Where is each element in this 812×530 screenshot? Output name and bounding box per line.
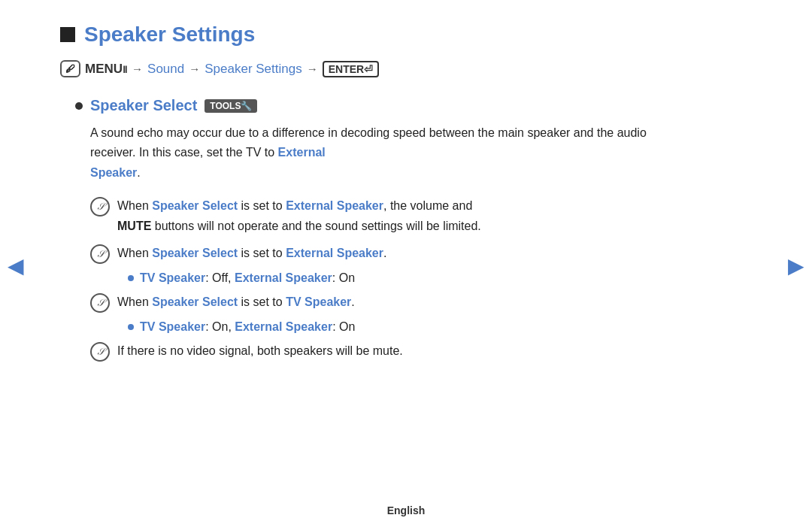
page-title: Speaker Settings xyxy=(84,23,255,47)
section-icon xyxy=(60,27,75,42)
menu-icon-hand: 🖋 xyxy=(65,63,75,74)
sub-bullet-2: TV Speaker: On, External Speaker: On xyxy=(75,320,752,334)
page-container: Speaker Settings 🖋 MENUⅡ → Sound → Speak… xyxy=(0,0,812,530)
enter-label: ENTER xyxy=(329,63,364,75)
description-text: A sound echo may occur due to a differen… xyxy=(75,123,692,183)
note1-external-speaker: External Speaker xyxy=(286,199,383,212)
note-icon-2: 𝒮 xyxy=(90,244,110,264)
note-icon-4: 𝒮 xyxy=(90,342,110,362)
desc-end: . xyxy=(137,166,140,179)
sub-dot-2 xyxy=(128,324,134,330)
sub-text-2: TV Speaker: On, External Speaker: On xyxy=(140,320,355,334)
note-text-3: When Speaker Select is set to TV Speaker… xyxy=(117,292,355,312)
title-row: Speaker Settings xyxy=(60,23,752,47)
tv-speaker-2: TV Speaker xyxy=(140,320,205,333)
desc-blue1: External xyxy=(278,146,326,159)
content-area: Speaker Select TOOLS🔧 A sound echo may o… xyxy=(60,97,752,369)
nav-arrow-left[interactable]: ◀ xyxy=(8,253,24,277)
note-text-2: When Speaker Select is set to External S… xyxy=(117,244,386,263)
desc-blue2: Speaker xyxy=(90,166,137,179)
note-text-1: When Speaker Select is set to External S… xyxy=(117,196,481,236)
enter-icon: ENTER⏎ xyxy=(323,61,379,77)
note2-external-speaker: External Speaker xyxy=(286,247,383,259)
ext-speaker-1: External Speaker xyxy=(235,271,332,284)
note3-speaker-select: Speaker Select xyxy=(152,295,238,308)
note-item-1: 𝒮 When Speaker Select is set to External… xyxy=(75,196,752,236)
sub-dot-1 xyxy=(128,275,134,281)
footer-language: English xyxy=(387,504,426,516)
breadcrumb-sound: Sound xyxy=(147,62,184,77)
note-icon-1: 𝒮 xyxy=(90,197,110,217)
note-text-4: If there is no video signal, both speake… xyxy=(117,341,403,361)
menu-icon: 🖋 xyxy=(60,60,80,77)
note3-tv-speaker: TV Speaker xyxy=(286,295,351,308)
bullet-dot xyxy=(75,102,83,110)
menu-label: MENUⅡ xyxy=(85,62,127,77)
note-icon-3: 𝒮 xyxy=(90,293,110,313)
note2-speaker-select: Speaker Select xyxy=(152,247,238,259)
breadcrumb: 🖋 MENUⅡ → Sound → Speaker Settings → ENT… xyxy=(60,60,752,77)
sub-bullet-1: TV Speaker: Off, External Speaker: On xyxy=(75,271,752,285)
note-item-3: 𝒮 When Speaker Select is set to TV Speak… xyxy=(75,292,752,313)
sub-text-1: TV Speaker: Off, External Speaker: On xyxy=(140,271,355,285)
note1-mute: MUTE xyxy=(117,220,151,232)
tools-badge: TOOLS🔧 xyxy=(205,99,257,113)
note1-speaker-select: Speaker Select xyxy=(152,199,238,212)
nav-arrow-right[interactable]: ▶ xyxy=(788,253,804,277)
note-item-4: 𝒮 If there is no video signal, both spea… xyxy=(75,341,752,362)
desc-part1: A sound echo may occur due to a differen… xyxy=(90,126,647,159)
arrow2: → xyxy=(189,62,200,75)
section-title: Speaker Select xyxy=(90,97,197,114)
arrow1: → xyxy=(132,62,143,75)
ext-speaker-2: External Speaker xyxy=(235,320,332,333)
note-item-2: 𝒮 When Speaker Select is set to External… xyxy=(75,244,752,264)
arrow3: → xyxy=(307,62,318,75)
tv-speaker-1: TV Speaker xyxy=(140,271,205,284)
section-header: Speaker Select TOOLS🔧 xyxy=(75,97,752,114)
breadcrumb-speaker-settings: Speaker Settings xyxy=(205,62,301,77)
